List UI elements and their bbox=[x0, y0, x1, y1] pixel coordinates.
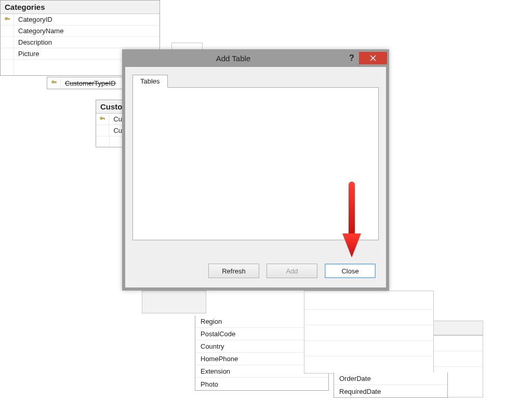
field-name: HomePhone bbox=[201, 355, 238, 363]
schema-fragment bbox=[433, 321, 483, 335]
dialog-title: Add Table bbox=[122, 54, 344, 63]
schema-fragment bbox=[304, 291, 434, 374]
field-name: Picture bbox=[14, 50, 43, 58]
svg-rect-5 bbox=[56, 83, 56, 84]
table-row[interactable]: Photo bbox=[195, 378, 328, 390]
dialog-titlebar[interactable]: Add Table ? bbox=[122, 49, 389, 67]
primary-key-icon bbox=[47, 77, 61, 89]
add-button: Add bbox=[267, 264, 317, 278]
field-name: CategoryID bbox=[14, 16, 57, 23]
field-name: RequiredDate bbox=[339, 388, 381, 395]
field-name: PostalCode bbox=[201, 330, 235, 338]
dialog-button-row: Refresh Add Close bbox=[208, 264, 376, 278]
field-name: Extension bbox=[201, 367, 230, 375]
refresh-button[interactable]: Refresh bbox=[208, 264, 259, 278]
table-row[interactable]: CategoryName bbox=[1, 25, 159, 37]
tables-listbox[interactable] bbox=[132, 87, 379, 240]
tabstrip: Tables bbox=[132, 74, 379, 87]
table-row[interactable]: Description bbox=[1, 37, 159, 48]
schema-table-title: Categories bbox=[1, 1, 159, 14]
schema-table-orders-partial: OrderDate RequiredDate bbox=[334, 373, 448, 398]
svg-rect-2 bbox=[9, 19, 9, 20]
field-name: OrderDate bbox=[339, 375, 371, 382]
field-name: Country bbox=[201, 342, 224, 350]
help-button[interactable]: ? bbox=[344, 53, 359, 63]
primary-key-icon bbox=[1, 14, 14, 25]
tab-tables[interactable]: Tables bbox=[132, 75, 168, 88]
field-name: Description bbox=[14, 38, 56, 46]
primary-key-icon bbox=[96, 114, 109, 125]
field-name: Region bbox=[201, 318, 222, 325]
close-icon bbox=[370, 55, 376, 61]
add-table-dialog: Add Table ? Tables Refresh Add Close bbox=[122, 49, 389, 291]
schema-fragment bbox=[142, 291, 206, 313]
dialog-body: Tables Refresh Add Close bbox=[122, 67, 389, 291]
field-name: CategoryName bbox=[14, 27, 68, 35]
table-row[interactable]: OrderDate bbox=[334, 373, 447, 385]
table-row[interactable]: CategoryID bbox=[1, 14, 159, 25]
svg-rect-8 bbox=[104, 118, 104, 119]
field-name: CustomerTypeID bbox=[61, 79, 120, 87]
window-close-button[interactable] bbox=[359, 52, 387, 64]
field-name: Photo bbox=[201, 380, 218, 388]
table-row[interactable]: RequiredDate bbox=[334, 385, 447, 397]
close-button[interactable]: Close bbox=[325, 264, 376, 278]
